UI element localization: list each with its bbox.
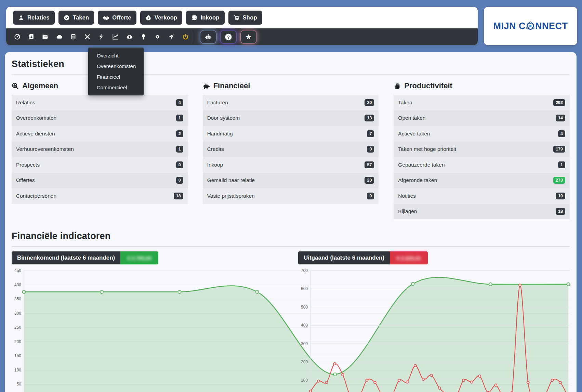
svg-text:200: 200: [301, 360, 308, 364]
stat-value-badge: 18: [556, 208, 565, 215]
stat-row-relaties: Relaties4: [12, 95, 188, 110]
panel-header: Productiviteit: [394, 81, 570, 90]
stats-panel-productiviteit: ProductiviteitTaken292Open taken14Actiev…: [394, 81, 570, 219]
stat-value-badge: 20: [365, 99, 374, 106]
logo-text-pre: MIJN C: [493, 21, 526, 31]
check-circle-icon: [64, 15, 70, 21]
chart-binnenkomend-laatste-6-maanden: Binnenkomend (laatste 6 maanden)€ 2.795,…: [12, 251, 283, 392]
stat-label: Actieve taken: [398, 131, 430, 137]
svg-text:100: 100: [301, 378, 308, 383]
nav-button-shop[interactable]: Shop: [228, 11, 262, 25]
panel-title: Productiviteit: [404, 81, 452, 90]
logo-text-post: NNECT: [535, 21, 568, 31]
stat-value-badge: 4: [176, 99, 183, 106]
nav-button-label: Verkoop: [155, 14, 177, 21]
icon-toolbar: ?★: [6, 28, 478, 45]
connect-network-icon: [526, 22, 535, 30]
stat-row-door-systeem: Door systeem13: [203, 110, 379, 126]
chart-title: Uitgaand (laatste 6 maanden): [298, 251, 390, 264]
svg-text:100: 100: [14, 368, 21, 373]
handshake-icon: [103, 15, 109, 21]
nav-button-offerte[interactable]: Offerte: [98, 11, 136, 25]
cloud-download-icon-button[interactable]: [125, 32, 134, 41]
chart-uitgaand-laatste-6-maanden: Uitgaand (laatste 6 maanden)€ 2.225,4101…: [298, 251, 570, 392]
nav-button-relaties[interactable]: Relaties: [13, 11, 55, 25]
svg-text:300: 300: [14, 311, 21, 316]
stat-value-badge: 273: [553, 177, 565, 184]
chart-total-badge: € 2.795,00: [120, 251, 158, 264]
stat-value-badge: 4: [558, 130, 565, 137]
svg-text:?: ?: [227, 35, 230, 39]
stat-row-facturen: Facturen20: [203, 95, 379, 110]
divider: [12, 246, 570, 247]
panel-title: Financieel: [213, 81, 250, 90]
nav-button-label: Taken: [73, 14, 89, 21]
robot-button[interactable]: [200, 30, 216, 43]
nav-button-verkoop[interactable]: $Verkoop: [140, 11, 183, 25]
stat-label: Gepauzeerde taken: [398, 162, 445, 168]
nav-button-inkoop[interactable]: Inkoop: [186, 11, 224, 25]
stat-value-badge: 292: [553, 99, 565, 106]
bolt-icon-button[interactable]: [97, 32, 106, 41]
power-icon-button[interactable]: [181, 32, 190, 41]
stat-label: Bijlagen: [398, 208, 417, 214]
svg-text:50: 50: [17, 382, 22, 387]
bolt-icon: [98, 34, 105, 40]
panel-rows: Taken292Open taken14Actieve taken4Taken …: [394, 95, 570, 219]
cloud-icon: [56, 34, 63, 40]
user-icon: [18, 15, 24, 21]
stat-row-verhuurovereenkomsten: Verhuurovereenkomsten1: [12, 142, 188, 157]
lightbulb-icon: [140, 34, 147, 40]
main-content: Statistieken AlgemeenRelaties4Overeenkom…: [5, 52, 577, 392]
financial-charts: Binnenkomend (laatste 6 maanden)€ 2.795,…: [12, 251, 570, 392]
svg-text:350: 350: [14, 297, 21, 301]
dropdown-item-commercieel[interactable]: Commercieel: [88, 82, 144, 93]
stat-value-badge: 57: [365, 161, 374, 168]
stat-row-vaste-prijsafspraken: Vaste prijsafspraken0: [203, 188, 379, 204]
gear-icon: [154, 34, 161, 40]
question-button[interactable]: ?: [221, 30, 236, 43]
panel-header: Financieel: [203, 81, 379, 90]
lightbulb-icon-button[interactable]: [139, 32, 148, 41]
question-icon: ?: [225, 33, 232, 41]
statistics-panels: AlgemeenRelaties4Overeenkomsten1Actieve …: [12, 81, 570, 219]
cloud-icon-button[interactable]: [55, 32, 64, 41]
gauge-icon: [14, 34, 21, 40]
dropdown-item-overeenkomsten[interactable]: Overeenkomsten: [88, 61, 144, 71]
stat-row-taken: Taken292: [394, 95, 570, 110]
stat-label: Afgeronde taken: [398, 177, 437, 183]
tools-icon-button[interactable]: [83, 32, 92, 41]
calculator-icon-button[interactable]: [69, 32, 78, 41]
folder-open-icon-button[interactable]: [41, 32, 50, 41]
stat-row-contactpersonen: Contactpersonen18: [12, 188, 188, 204]
svg-text:450: 450: [14, 268, 21, 273]
paper-plane-icon-button[interactable]: [167, 32, 176, 41]
mijn-connect-logo: MIJN C NNECT: [493, 21, 568, 31]
stat-label: Offertes: [16, 177, 35, 183]
line-chart-plot: 050100150200250300350400450: [12, 268, 283, 392]
toolbar-icon-group: [13, 32, 190, 41]
stat-label: Overeenkomsten: [16, 115, 56, 121]
nav-button-label: Relaties: [27, 14, 50, 21]
gauge-icon-button[interactable]: [13, 32, 22, 41]
toolbar-separator: [194, 31, 194, 42]
star-button[interactable]: ★: [241, 30, 256, 43]
dropdown-item-financieel[interactable]: Financieel: [88, 71, 144, 82]
panel-title: Algemeen: [22, 81, 58, 90]
fist-icon: [394, 82, 401, 90]
robot-icon: [204, 33, 212, 41]
chart-svg: 0100200300400500600700: [298, 268, 570, 392]
nav-button-taken[interactable]: Taken: [58, 11, 94, 25]
dropdown-item-overzicht[interactable]: Overzicht: [88, 50, 144, 61]
stats-panel-financieel: FinancieelFacturen20Door systeem13Handma…: [203, 81, 379, 219]
chart-total-amount: € 2.795,00: [127, 255, 151, 261]
svg-text:700: 700: [301, 268, 308, 273]
dashboard-screen: RelatiesTakenOfferte$VerkoopInkoopShop ?…: [0, 0, 582, 392]
stat-value-badge: 20: [365, 177, 374, 184]
statistics-dropdown-menu: OverzichtOvereenkomstenFinancieelCommerc…: [88, 48, 144, 95]
address-book-icon-button[interactable]: [27, 32, 36, 41]
panel-rows: Relaties4Overeenkomsten1Actieve diensten…: [12, 95, 188, 204]
svg-text:400: 400: [301, 323, 308, 328]
gear-icon-button[interactable]: [153, 32, 162, 41]
chart-line-icon-button[interactable]: [111, 32, 120, 41]
